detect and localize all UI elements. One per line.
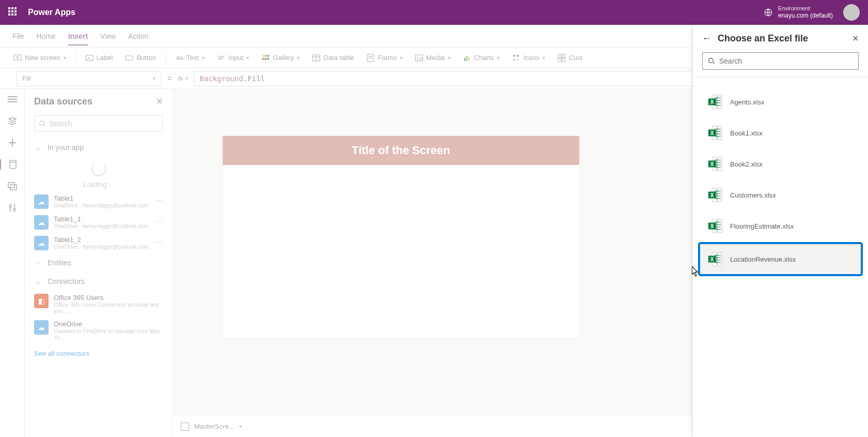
- back-icon[interactable]: ←: [702, 33, 711, 44]
- forms-dropdown[interactable]: Forms▾: [361, 51, 408, 65]
- file-search-input[interactable]: [719, 57, 853, 65]
- connector-onedrive[interactable]: ☁ OneDriveConnect to OneDrive to manage …: [25, 317, 172, 343]
- add-icon[interactable]: [7, 138, 18, 148]
- file-item[interactable]: XAgents.xlsx: [700, 87, 861, 117]
- tree-view-icon[interactable]: [7, 94, 18, 104]
- search-icon: [708, 57, 715, 65]
- text-dropdown[interactable]: Abc Text▾: [170, 51, 210, 65]
- more-icon[interactable]: ⋯: [155, 238, 163, 246]
- section-entities[interactable]: ›Entities ⋯: [25, 253, 172, 272]
- table-item[interactable]: ☁ Table1OneDrive - henry.legge@outlook.c…: [25, 191, 172, 212]
- choose-excel-panel: ← Choose an Excel file ✕ XAgents.xlsxXBo…: [692, 25, 868, 437]
- svg-text:X: X: [710, 192, 714, 198]
- svg-rect-29: [517, 55, 519, 57]
- data-table-icon: [312, 54, 320, 62]
- file-search[interactable]: [702, 52, 859, 70]
- more-icon[interactable]: ⋯: [155, 197, 163, 205]
- screen-title-bar: Title of the Screen: [223, 136, 579, 165]
- svg-point-28: [513, 55, 515, 57]
- menu-view[interactable]: View: [100, 27, 116, 46]
- input-icon: [217, 54, 225, 62]
- fx-label[interactable]: fx▾: [178, 74, 188, 82]
- close-icon[interactable]: ✕: [852, 34, 859, 43]
- file-name: Book2.xlsx: [730, 160, 763, 168]
- app-launcher-icon[interactable]: [8, 7, 19, 18]
- media-dropdown[interactable]: Media▾: [410, 51, 455, 65]
- menu-action[interactable]: Action: [128, 27, 148, 46]
- svg-text:A: A: [87, 56, 90, 61]
- see-all-connectors-link[interactable]: See all connectors: [25, 343, 172, 364]
- connector-sub: Connect to OneDrive to manage your files…: [54, 328, 163, 340]
- more-icon[interactable]: ⋯: [155, 94, 163, 102]
- svg-point-24: [417, 56, 419, 57]
- connector-o365[interactable]: ◧ Office 365 UsersOffice 365 Users Conne…: [25, 291, 172, 317]
- svg-point-41: [10, 160, 16, 162]
- table-item[interactable]: ☁ Table1_1OneDrive - henry.legge@outlook…: [25, 212, 172, 233]
- new-screen-icon: [13, 54, 22, 62]
- input-dropdown[interactable]: Input▾: [212, 51, 254, 65]
- file-item[interactable]: XCustomers.xlsx: [700, 180, 861, 210]
- advanced-tools-icon[interactable]: [7, 203, 18, 213]
- file-name: FlooringEstimate.xlsx: [730, 222, 794, 230]
- svg-rect-12: [265, 55, 267, 57]
- svg-text:X: X: [710, 130, 714, 136]
- forms-icon: [366, 54, 375, 62]
- svg-rect-16: [267, 58, 269, 60]
- more-icon[interactable]: ⋯: [155, 217, 163, 225]
- search-placeholder: Search: [49, 119, 72, 128]
- screen-dropdown-icon[interactable]: ▾: [239, 424, 242, 429]
- media-panel-icon[interactable]: [7, 181, 18, 191]
- onedrive-icon: ☁: [34, 215, 49, 230]
- gallery-dropdown[interactable]: Gallery▾: [256, 51, 305, 65]
- menu-file[interactable]: File: [12, 27, 24, 46]
- svg-text:X: X: [710, 257, 714, 262]
- section-in-your-app[interactable]: ⌄In your app: [25, 138, 172, 157]
- screen-name[interactable]: MasterScre...: [194, 423, 234, 430]
- connector-sub: Office 365 Users Connection provider let…: [54, 302, 163, 314]
- svg-point-31: [517, 58, 519, 61]
- section-connectors[interactable]: ⌄Connectors: [25, 272, 172, 291]
- data-table-button[interactable]: Data table: [307, 51, 359, 65]
- layers-icon[interactable]: [7, 116, 18, 126]
- table-sub: OneDrive - henry.legge@outlook.com: [54, 202, 148, 208]
- label-button[interactable]: A Label: [80, 51, 118, 65]
- environment-value: enayu.com (default): [778, 12, 833, 19]
- svg-rect-6: [126, 56, 133, 60]
- environment-selector[interactable]: Environment enayu.com (default): [764, 5, 833, 20]
- svg-rect-26: [466, 56, 468, 61]
- charts-icon: [463, 54, 471, 62]
- menu-insert[interactable]: Insert: [68, 27, 88, 46]
- file-item[interactable]: XBook2.xlsx: [700, 149, 861, 179]
- new-screen-button[interactable]: New screen▾: [8, 51, 71, 65]
- charts-dropdown[interactable]: Charts▾: [458, 51, 505, 65]
- loading-label: Loading ...: [25, 180, 172, 188]
- data-sources-icon[interactable]: [0, 159, 25, 170]
- canvas-screen[interactable]: Title of the Screen: [222, 135, 580, 338]
- table-item[interactable]: ☁ Table1_2OneDrive - henry.legge@outlook…: [25, 233, 172, 253]
- icons-dropdown[interactable]: Icons▾: [507, 51, 550, 65]
- media-icon: [415, 54, 423, 62]
- data-sources-search[interactable]: Search: [34, 115, 163, 132]
- svg-rect-15: [265, 58, 267, 60]
- file-item[interactable]: XLocationRevenue.xlsx: [700, 244, 861, 274]
- menu-home[interactable]: Home: [37, 27, 56, 46]
- file-item[interactable]: XBook1.xlsx: [700, 118, 861, 148]
- svg-point-50: [709, 58, 714, 63]
- property-dropdown[interactable]: Fill ▾: [17, 71, 161, 86]
- spinner-icon: [91, 162, 106, 176]
- custom-button[interactable]: Cust: [552, 51, 588, 65]
- svg-rect-42: [8, 183, 14, 188]
- svg-rect-34: [558, 58, 561, 62]
- table-name: Table1_1: [54, 215, 148, 223]
- formula-token-bg: Background: [199, 74, 243, 83]
- button-button[interactable]: Button: [120, 51, 161, 65]
- user-avatar[interactable]: [843, 4, 860, 21]
- button-label: Button: [136, 54, 156, 62]
- svg-rect-25: [464, 58, 466, 61]
- gallery-label: Gallery: [273, 54, 294, 62]
- screen-checkbox[interactable]: [181, 423, 189, 431]
- file-item[interactable]: XFlooringEstimate.xlsx: [700, 211, 861, 241]
- text-label: Text: [187, 54, 199, 62]
- connector-name: Office 365 Users: [54, 294, 163, 302]
- file-list: XAgents.xlsxXBook1.xlsxXBook2.xlsxXCusto…: [693, 83, 868, 280]
